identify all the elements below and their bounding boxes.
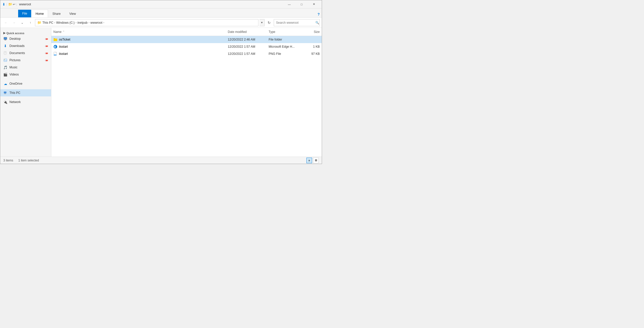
sidebar-item-music[interactable]: 🎵 Music	[0, 64, 51, 71]
title-bar-left: ⬇ | 📁 ↩ | wwwroot	[2, 2, 283, 6]
sidebar-item-network[interactable]: 🔌 Network	[0, 98, 51, 106]
sidebar-item-desktop[interactable]: Desktop 📌	[0, 35, 51, 42]
file-cell-name-iisstart-edge: iisstart	[53, 45, 228, 49]
file-cell-name-iisstart-png: PNG iisstart	[53, 52, 228, 56]
col-header-date[interactable]: Date modified	[228, 30, 269, 34]
col-header-name[interactable]: Name ⌃	[53, 30, 228, 34]
svg-rect-8	[4, 92, 6, 93]
path-segment-windows[interactable]: Windows (C:)	[56, 21, 75, 24]
sidebar-item-documents[interactable]: Documents 📌	[0, 49, 51, 57]
ribbon-tabs: File Home Share View ?	[0, 8, 322, 18]
forward-button[interactable]: →	[10, 19, 18, 26]
network-icon: 🔌	[3, 100, 7, 104]
path-segment-inetpub[interactable]: inetpub	[77, 21, 87, 24]
item-count: 3 items	[3, 159, 13, 162]
svg-rect-6	[4, 59, 7, 61]
file-size-iisstart-edge: 1 KB	[299, 45, 320, 48]
edge-icon-iisstart	[53, 45, 57, 49]
sidebar-label-documents: Documents	[9, 51, 25, 55]
view-controls: ≡ ⊞	[306, 158, 319, 163]
pictures-icon	[3, 58, 7, 62]
explorer-window: ⬇ | 📁 ↩ | wwwroot — □ ✕ File Home Share …	[0, 0, 322, 164]
png-icon-iisstart: PNG	[53, 52, 57, 56]
title-bar-title: wwwroot	[19, 3, 31, 6]
sidebar: ▶ Quick access Desktop 📌 ⬇ Downloads 📌	[0, 28, 51, 157]
window-controls: — □ ✕	[283, 0, 320, 8]
view-tiles-button[interactable]: ⊞	[313, 158, 319, 163]
file-name-iisstart-edge: iisstart	[59, 45, 68, 48]
toolbar-undo-icon: ↩	[13, 3, 15, 6]
tab-view[interactable]: View	[65, 10, 80, 17]
sidebar-label-music: Music	[9, 66, 17, 69]
help-button[interactable]: ?	[315, 11, 322, 17]
svg-point-11	[54, 45, 57, 48]
quick-access-header: ▶ Quick access	[0, 30, 51, 35]
col-header-size[interactable]: Size	[299, 30, 320, 34]
svg-rect-0	[4, 37, 7, 40]
title-bar: ⬇ | 📁 ↩ | wwwroot — □ ✕	[0, 0, 322, 8]
pin-icon-downloads: 📌	[44, 44, 49, 48]
sidebar-item-onedrive[interactable]: ☁ OneDrive	[0, 80, 51, 87]
refresh-button[interactable]: ↻	[266, 19, 273, 26]
address-dropdown-btn[interactable]: ▼	[259, 19, 265, 26]
downloads-icon: ⬇	[3, 44, 7, 48]
file-name-osticket: osTicket	[59, 38, 70, 41]
sidebar-label-downloads: Downloads	[9, 44, 25, 48]
file-date-iisstart-edge: 12/20/2022 1:57 AM	[228, 45, 269, 48]
search-icon: 🔍	[315, 21, 319, 24]
sidebar-label-this-pc: This PC	[9, 91, 20, 95]
col-header-type[interactable]: Type	[269, 30, 299, 34]
file-list-header: Name ⌃ Date modified Type Size	[51, 28, 322, 36]
dropdown-button[interactable]: ⌄	[19, 19, 26, 26]
folder-icon-osticket	[53, 37, 57, 42]
sidebar-item-this-pc[interactable]: This PC	[0, 89, 51, 96]
svg-rect-10	[4, 94, 6, 94]
file-type-osticket: File folder	[269, 38, 299, 41]
selected-info: 1 item selected	[18, 159, 39, 162]
svg-rect-1	[5, 40, 6, 40]
sidebar-label-desktop: Desktop	[9, 37, 21, 41]
desktop-icon	[3, 37, 7, 41]
toolbar-folder-icon: 📁	[8, 2, 12, 6]
this-pc-icon	[3, 91, 7, 95]
main-area: ▶ Quick access Desktop 📌 ⬇ Downloads 📌	[0, 28, 322, 157]
path-segment-thispc[interactable]: This PC	[42, 21, 53, 24]
table-row[interactable]: osTicket 12/20/2022 2:46 AM File folder	[51, 36, 322, 43]
sidebar-item-videos[interactable]: 🎬 Videos	[0, 71, 51, 78]
status-bar: 3 items 1 item selected ≡ ⊞	[0, 157, 322, 164]
file-size-iisstart-png: 97 KB	[299, 52, 320, 56]
maximize-button[interactable]: □	[296, 0, 307, 8]
close-button[interactable]: ✕	[308, 0, 320, 8]
file-type-iisstart-edge: Microsoft Edge H...	[269, 45, 299, 48]
search-input[interactable]	[276, 21, 314, 24]
file-date-osticket: 12/20/2022 2:46 AM	[228, 38, 269, 41]
sidebar-label-network: Network	[9, 100, 21, 104]
table-row[interactable]: PNG iisstart 12/20/2022 1:57 AM PNG File…	[51, 50, 322, 57]
address-path[interactable]: 📁 This PC › Windows (C:) › inetpub › www…	[35, 19, 258, 26]
view-details-button[interactable]: ≡	[306, 158, 312, 163]
onedrive-icon: ☁	[3, 82, 7, 86]
sort-icon: ⌃	[63, 30, 65, 33]
path-segment-wwwroot[interactable]: wwwroot	[90, 21, 102, 24]
up-button[interactable]: ↑	[27, 19, 34, 26]
svg-rect-2	[4, 40, 6, 40]
minimize-button[interactable]: —	[283, 0, 295, 8]
music-icon: 🎵	[3, 65, 7, 69]
pin-icon-desktop: 📌	[44, 37, 49, 41]
sidebar-item-pictures[interactable]: Pictures 📌	[0, 57, 51, 64]
pin-icon-documents: 📌	[44, 51, 49, 55]
sidebar-item-downloads[interactable]: ⬇ Downloads 📌	[0, 42, 51, 49]
tab-file[interactable]: File	[18, 10, 31, 17]
svg-rect-9	[5, 93, 6, 94]
search-box[interactable]: 🔍	[274, 19, 320, 26]
tab-home[interactable]: Home	[31, 10, 48, 17]
table-row[interactable]: iisstart 12/20/2022 1:57 AM Microsoft Ed…	[51, 43, 322, 50]
quick-access-expand-icon: ▶	[3, 31, 5, 35]
file-type-iisstart-png: PNG File	[269, 52, 299, 56]
file-date-iisstart-png: 12/20/2022 1:57 AM	[228, 52, 269, 56]
sidebar-label-pictures: Pictures	[9, 58, 20, 62]
back-button[interactable]: ←	[2, 19, 9, 26]
quick-access-toolbar: ⬇ | 📁 ↩ | wwwroot	[2, 2, 31, 6]
tab-share[interactable]: Share	[48, 10, 65, 17]
documents-icon	[3, 51, 7, 55]
